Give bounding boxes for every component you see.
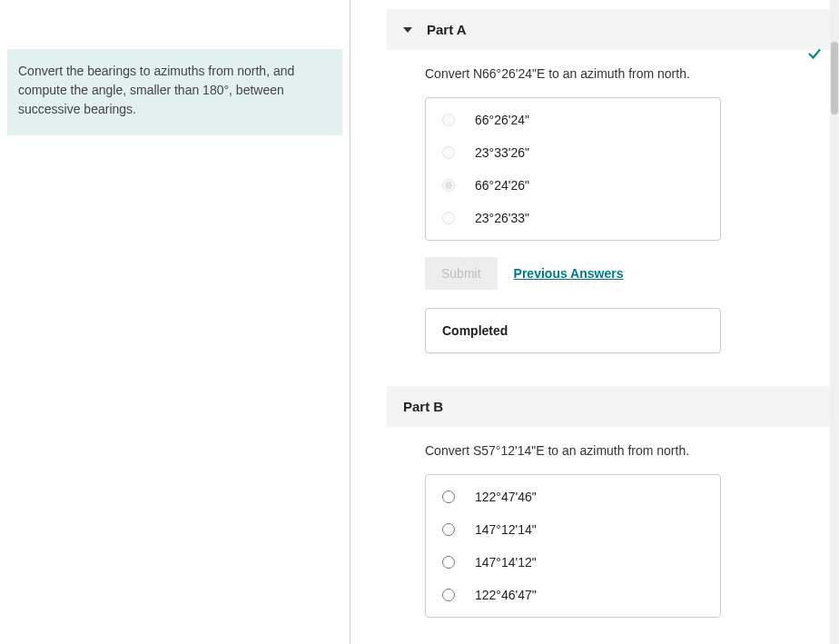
part-a-options: 66°26'24" 23°33'26" 66°24'26" 23°26'33" [425,97,721,241]
scrollbar-thumb[interactable] [831,42,838,114]
option-label: 122°47'46" [475,490,537,504]
option-label: 23°33'26" [475,145,529,160]
part-b-option-0[interactable]: 122°47'46" [426,481,720,513]
part-b-prompt: Convert S57°12'14"E to an azimuth from n… [425,443,839,458]
option-label: 23°26'33" [475,211,529,225]
part-b-option-1[interactable]: 147°12'14" [426,513,720,546]
option-label: 66°26'24" [475,113,529,127]
part-b-header[interactable]: Part B [387,386,839,427]
part-b-section: Part B Convert S57°12'14"E to an azimuth… [387,386,839,618]
option-label: 147°14'12" [475,555,537,570]
caret-down-icon [403,27,412,33]
option-label: 66°24'26" [475,178,529,193]
radio-input[interactable] [442,146,455,159]
radio-input[interactable] [442,114,455,126]
part-a-title: Part A [427,22,467,37]
radio-input[interactable] [442,179,455,192]
submit-button: Submit [425,257,498,290]
part-a-prompt: Convert N66°26'24"E to an azimuth from n… [425,66,839,81]
radio-input[interactable] [442,523,455,536]
instruction-text: Convert the bearings to azimuths from no… [18,64,294,116]
instruction-box: Convert the bearings to azimuths from no… [7,49,342,135]
part-b-options: 122°47'46" 147°12'14" 147°14'12" 122°46'… [425,474,721,618]
radio-input[interactable] [442,589,455,601]
part-b-option-3[interactable]: 122°46'47" [426,579,720,611]
part-a-option-2[interactable]: 66°24'26" [426,169,720,202]
part-a-header[interactable]: Part A [387,9,839,50]
part-a-option-1[interactable]: 23°33'26" [426,136,720,169]
scrollbar-track[interactable] [830,0,839,644]
previous-answers-link[interactable]: Previous Answers [514,266,624,281]
checkmark-icon [806,45,823,64]
radio-input[interactable] [442,212,455,224]
part-b-option-2[interactable]: 147°14'12" [426,546,720,579]
option-label: 147°12'14" [475,522,537,537]
radio-input[interactable] [442,556,455,569]
completed-status: Completed [425,308,721,353]
part-a-section: Part A Convert N66°26'24"E to an azimuth… [387,9,839,353]
completed-label: Completed [442,323,508,338]
option-label: 122°46'47" [475,588,537,602]
radio-input[interactable] [442,490,455,503]
part-b-title: Part B [403,399,443,414]
part-a-option-3[interactable]: 23°26'33" [426,202,720,234]
part-a-option-0[interactable]: 66°26'24" [426,104,720,136]
